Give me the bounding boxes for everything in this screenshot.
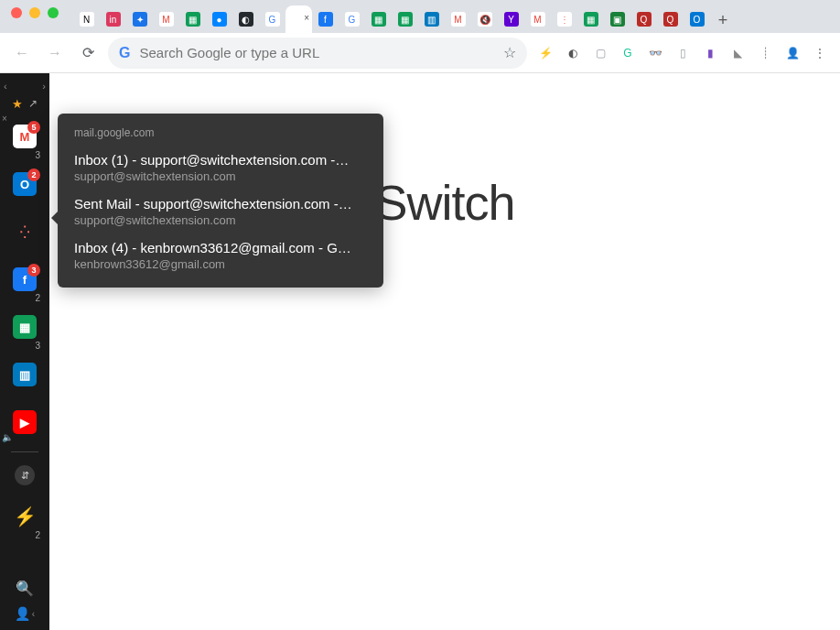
messenger-favicon: ●: [212, 12, 227, 27]
ext-ext1[interactable]: ◐: [562, 42, 584, 64]
gmail3-favicon: M: [531, 12, 545, 27]
popup-item[interactable]: Sent Mail - support@switchextension.com …: [74, 196, 367, 227]
gmail-favicon: M: [159, 12, 174, 27]
window-close-button[interactable]: [11, 7, 22, 18]
back-button[interactable]: ←: [9, 40, 35, 66]
sheets2-favicon: ▦: [372, 12, 386, 27]
popup-item[interactable]: Inbox (1) - support@switchextension.com …: [74, 152, 367, 183]
extension-row: ⚡◐▢G👓▯▮◣┊👤⋮: [534, 42, 831, 64]
github-favicon: ◐: [239, 12, 253, 27]
tab-facebook[interactable]: f: [312, 5, 339, 33]
sidebar-search-icon[interactable]: 🔍: [16, 580, 34, 597]
address-bar[interactable]: G ☆: [108, 38, 527, 69]
switch-sidebar: ‹ › ★ ↗ × M53O2⁛f32▦3▥▶ 🔈 ⇵ ⚡ 2 🔍 👤 ‹: [0, 73, 49, 630]
tab-quora2[interactable]: Q: [657, 5, 684, 33]
tab-gmail[interactable]: M: [153, 5, 179, 33]
asana-icon: ⁛: [13, 220, 37, 244]
reload-button[interactable]: ⟳: [75, 40, 101, 66]
tab-strip: Nin✦M▦●◐G×fG▦▦▥M🔇YM⋮▦▣QQO+: [0, 0, 840, 33]
bookmark-star-icon[interactable]: ☆: [503, 44, 516, 61]
sidebar-user-caret[interactable]: ‹: [32, 609, 35, 619]
tab-muted[interactable]: 🔇: [471, 5, 498, 33]
facebook-icon: f3: [13, 267, 37, 291]
tab-sheets2[interactable]: ▦: [365, 5, 392, 33]
new-tab-button[interactable]: +: [710, 7, 736, 33]
ext-ext2[interactable]: ▢: [589, 42, 611, 64]
popup-item-subtitle: support@switchextension.com: [74, 169, 367, 183]
open-external-icon[interactable]: ↗: [28, 97, 38, 111]
sidebar-expand-button[interactable]: ⇵: [15, 465, 35, 485]
ext-ext7[interactable]: ◣: [727, 42, 748, 64]
ext-ext8[interactable]: ┊: [754, 42, 776, 64]
tab-notion[interactable]: N: [73, 5, 100, 33]
tab-outlook[interactable]: O: [684, 5, 710, 33]
ext-ext4[interactable]: 👓: [644, 42, 666, 64]
sidebar-item-switch[interactable]: ⚡ 2: [7, 494, 42, 538]
facebook-favicon: f: [318, 12, 333, 27]
ext-grammarly[interactable]: G: [617, 42, 639, 64]
tab-asana[interactable]: ⋮: [551, 5, 577, 33]
popup-arrow: [51, 211, 59, 225]
url-input[interactable]: [139, 45, 494, 60]
extension-favicon: ✦: [133, 12, 147, 27]
window-minimize-button[interactable]: [29, 7, 40, 18]
sidebar-item-trello[interactable]: ▥: [7, 353, 42, 396]
window-maximize-button[interactable]: [48, 7, 59, 18]
tab-quora[interactable]: Q: [630, 5, 657, 33]
sidebar-item-gmail[interactable]: M53: [7, 114, 42, 158]
sidebar-item-sheets[interactable]: ▦3: [7, 305, 42, 349]
tab-sheets4[interactable]: ▦: [577, 5, 604, 33]
badge: 3: [27, 264, 40, 277]
sidebar-nav-next[interactable]: ›: [42, 81, 46, 92]
ext-menu[interactable]: ⋮: [809, 42, 831, 64]
popup-item-subtitle: support@switchextension.com: [74, 213, 367, 227]
gmail2-favicon: M: [451, 12, 466, 27]
sidebar-item-outlook[interactable]: O2: [7, 162, 42, 206]
sidebar-divider: [11, 451, 38, 452]
tab-invision[interactable]: in: [100, 5, 126, 33]
star-icon[interactable]: ★: [12, 97, 23, 111]
sidebar-nav-prev[interactable]: ‹: [4, 81, 7, 92]
forward-button[interactable]: →: [42, 40, 68, 66]
tab-github[interactable]: ◐: [232, 5, 259, 33]
popup-item-title: Inbox (1) - support@switchextension.com …: [74, 152, 367, 168]
switch-subcount: 2: [35, 530, 40, 540]
ext-switch-ext[interactable]: ⚡: [534, 42, 556, 64]
tab-close-icon[interactable]: ×: [304, 13, 309, 23]
popup-item-title: Sent Mail - support@switchextension.com …: [74, 196, 367, 212]
popup-item[interactable]: Inbox (4) - kenbrown33612@gmail.com - G……: [74, 240, 367, 271]
sidebar-item-facebook[interactable]: f32: [7, 257, 42, 301]
sidebar-item-asana[interactable]: ⁛: [7, 210, 42, 254]
muted-favicon: 🔇: [478, 12, 492, 27]
tab-sheets[interactable]: ▦: [179, 5, 206, 33]
badge: 5: [27, 121, 40, 134]
tab-switch[interactable]: ×: [285, 5, 312, 33]
tab-trello[interactable]: ▥: [418, 5, 445, 33]
google-search-icon: G: [119, 45, 130, 61]
yahoo-favicon: Y: [504, 12, 519, 27]
browser-toolbar: ← → ⟳ G ☆ ⚡◐▢G👓▯▮◣┊👤⋮: [0, 33, 840, 73]
tab-messenger[interactable]: ●: [206, 5, 232, 33]
tab-sheets3[interactable]: ▦: [392, 5, 418, 33]
outlook-icon: O2: [13, 172, 37, 196]
asana-favicon: ⋮: [557, 12, 572, 27]
quora2-favicon: Q: [663, 12, 678, 27]
gmail-popup: mail.google.com Inbox (1) - support@swit…: [58, 114, 383, 288]
volume-icon[interactable]: 🔈: [2, 432, 13, 442]
tab-app[interactable]: ▣: [604, 5, 630, 33]
ext-profile[interactable]: 👤: [781, 42, 803, 64]
ext-ext5[interactable]: ▯: [672, 42, 694, 64]
tab-extension[interactable]: ✦: [126, 5, 153, 33]
google2-favicon: G: [345, 12, 360, 27]
google-favicon: G: [265, 12, 280, 27]
ext-ext6[interactable]: ▮: [699, 42, 721, 64]
tab-google2[interactable]: G: [339, 5, 365, 33]
tab-yahoo[interactable]: Y: [498, 5, 524, 33]
tab-gmail3[interactable]: M: [524, 5, 551, 33]
sidebar-user-icon[interactable]: 👤: [15, 606, 30, 621]
tab-gmail2[interactable]: M: [445, 5, 471, 33]
tab-google[interactable]: G: [259, 5, 285, 33]
quora-favicon: Q: [637, 12, 652, 27]
sidebar-close-icon[interactable]: ×: [2, 114, 7, 124]
trello-icon: ▥: [13, 363, 37, 386]
